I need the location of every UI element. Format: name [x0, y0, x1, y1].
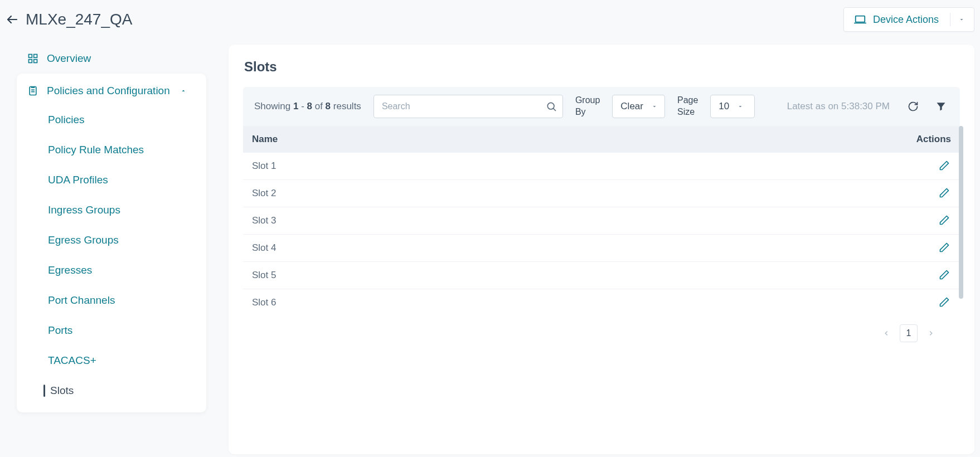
select-value: Clear	[620, 101, 643, 112]
filter-button[interactable]	[933, 99, 949, 114]
page-size-label: Page Size	[677, 95, 698, 118]
cell-name: Slot 3	[252, 215, 895, 226]
sidebar-item-port-channels[interactable]: Port Channels	[17, 285, 206, 315]
sidebar-item-egress-groups[interactable]: Egress Groups	[17, 225, 206, 255]
table-row: Slot 4	[243, 235, 960, 262]
search-input[interactable]	[382, 101, 546, 111]
sidebar-item-label: Ingress Groups	[48, 204, 120, 216]
separator	[950, 13, 950, 26]
toolbar: Showing 1 - 8 of 8 results Group By Clea…	[243, 87, 960, 126]
table-row: Slot 2	[243, 180, 960, 207]
device-actions-button[interactable]: Device Actions	[843, 7, 974, 32]
clipboard-icon	[27, 85, 39, 96]
page-next-button[interactable]	[923, 325, 939, 341]
cell-name: Slot 4	[252, 242, 895, 254]
showing-text: Showing 1 - 8 of 8 results	[254, 101, 361, 112]
svg-rect-5	[29, 60, 32, 63]
caret-up-icon	[180, 87, 187, 94]
table-row: Slot 1	[243, 153, 960, 180]
sidebar-item-label: TACACS+	[48, 354, 96, 366]
sidebar: Overview Policies and Configuration Poli…	[17, 45, 206, 454]
main-title: Slots	[229, 59, 974, 87]
sidebar-item-label: Slots	[50, 385, 74, 396]
edit-button[interactable]	[939, 215, 951, 227]
svg-rect-4	[34, 55, 37, 58]
sidebar-item-label: Policies and Configuration	[47, 85, 170, 97]
column-actions: Actions	[895, 134, 951, 145]
refresh-button[interactable]	[905, 99, 921, 114]
back-button[interactable]	[6, 13, 19, 26]
sidebar-item-policy-rule-matches[interactable]: Policy Rule Matches	[17, 135, 206, 165]
sidebar-item-label: UDA Profiles	[48, 174, 108, 186]
sidebar-item-label: Port Channels	[48, 294, 115, 306]
sidebar-item-label: Egress Groups	[48, 234, 119, 246]
select-value: 10	[719, 101, 729, 112]
svg-line-11	[554, 109, 556, 111]
group-by-label: Group By	[575, 95, 600, 118]
sidebar-item-policies-config[interactable]: Policies and Configuration	[17, 77, 206, 105]
svg-rect-1	[856, 16, 865, 22]
sidebar-item-ingress-groups[interactable]: Ingress Groups	[17, 195, 206, 225]
laptop-icon	[854, 13, 866, 26]
latest-timestamp: Latest as on 5:38:30 PM	[787, 101, 890, 112]
cell-name: Slot 5	[252, 270, 895, 281]
sidebar-item-label: Policies	[48, 114, 84, 125]
table-row: Slot 6	[243, 289, 960, 314]
edit-button[interactable]	[939, 269, 951, 281]
page-size-select[interactable]: 10	[710, 95, 755, 118]
edit-button[interactable]	[939, 296, 951, 309]
search-icon	[546, 101, 557, 112]
pagination: 1	[243, 314, 960, 352]
caret-down-icon	[737, 103, 744, 110]
main-panel: Slots Showing 1 - 8 of 8 results Group B…	[229, 45, 974, 454]
scrollbar[interactable]	[959, 126, 963, 299]
caret-down-icon	[958, 16, 974, 23]
column-name: Name	[252, 134, 895, 145]
search-box[interactable]	[373, 95, 563, 118]
cell-name: Slot 6	[252, 297, 895, 308]
sidebar-item-label: Policy Rule Matches	[48, 144, 144, 155]
sidebar-item-uda-profiles[interactable]: UDA Profiles	[17, 165, 206, 195]
sidebar-item-overview[interactable]: Overview	[17, 45, 206, 72]
page-number[interactable]: 1	[900, 324, 918, 342]
cell-name: Slot 1	[252, 161, 895, 172]
caret-down-icon	[651, 103, 658, 110]
table-row: Slot 3	[243, 207, 960, 235]
cell-name: Slot 2	[252, 188, 895, 199]
sidebar-item-label: Egresses	[48, 264, 92, 276]
device-actions-label: Device Actions	[873, 14, 939, 26]
sidebar-item-ports[interactable]: Ports	[17, 315, 206, 346]
svg-rect-6	[34, 60, 37, 63]
edit-button[interactable]	[939, 187, 951, 200]
sidebar-item-label: Overview	[47, 52, 91, 65]
table-row: Slot 5	[243, 262, 960, 289]
sidebar-item-tacacs[interactable]: TACACS+	[17, 346, 206, 376]
page-prev-button[interactable]	[879, 325, 894, 341]
dashboard-icon	[27, 53, 39, 64]
edit-button[interactable]	[939, 160, 951, 172]
sidebar-item-egresses[interactable]: Egresses	[17, 255, 206, 285]
table-header: Name Actions	[243, 126, 960, 153]
sidebar-item-policies[interactable]: Policies	[17, 105, 206, 135]
sidebar-item-label: Ports	[48, 324, 72, 336]
group-by-select[interactable]: Clear	[612, 95, 665, 118]
svg-rect-3	[29, 55, 32, 58]
page-title: MLXe_247_QA	[26, 11, 132, 28]
sidebar-item-slots[interactable]: Slots	[17, 376, 206, 406]
edit-button[interactable]	[939, 242, 951, 254]
